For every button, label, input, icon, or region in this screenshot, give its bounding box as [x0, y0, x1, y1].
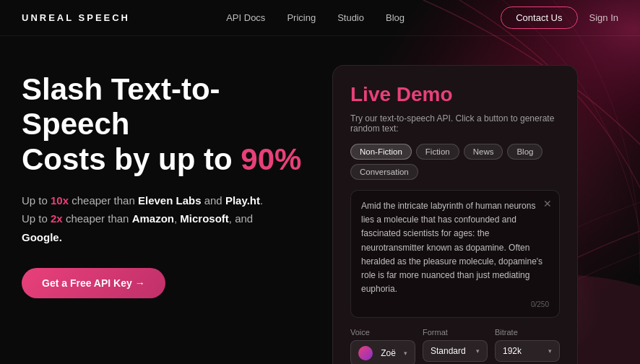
site-logo: UNREAL SPEECH: [22, 12, 130, 23]
nav-link-pricing[interactable]: Pricing: [287, 12, 316, 23]
chip-fiction[interactable]: Fiction: [416, 144, 459, 160]
nav-link-blog[interactable]: Blog: [386, 12, 405, 23]
nav-link-studio[interactable]: Studio: [337, 12, 364, 23]
close-icon[interactable]: ✕: [543, 198, 552, 209]
chevron-down-icon: ▾: [548, 347, 552, 355]
chip-conversation[interactable]: Conversation: [350, 164, 418, 180]
voice-control: Voice Zoë ▾: [350, 328, 415, 364]
nav-links: API Docs Pricing Studio Blog: [226, 12, 405, 23]
format-label: Format: [423, 328, 488, 337]
nav-link-api-docs[interactable]: API Docs: [226, 12, 265, 23]
main-content: Slash Text-to-Speech Costs by up to 90% …: [0, 65, 640, 364]
demo-subtitle: Try our text-to-speech API. Click a butt…: [350, 113, 560, 134]
bitrate-select[interactable]: 192k ▾: [495, 340, 560, 362]
chevron-down-icon: ▾: [476, 347, 480, 355]
voice-name: Zoë: [381, 348, 396, 358]
textarea-content[interactable]: Amid the intricate labyrinth of human ne…: [361, 199, 549, 296]
bitrate-control: Bitrate 192k ▾: [495, 328, 560, 364]
get-api-key-button[interactable]: Get a Free API Key →: [22, 268, 165, 298]
hero-section: Slash Text-to-Speech Costs by up to 90% …: [22, 65, 303, 364]
text-input-box: Amid the intricate labyrinth of human ne…: [350, 190, 560, 318]
hero-description: Up to 10x cheaper than Eleven Labs and P…: [22, 191, 303, 247]
sign-in-button[interactable]: Sign In: [589, 12, 618, 23]
chip-blog[interactable]: Blog: [507, 144, 542, 160]
demo-title: Live Demo: [350, 83, 560, 106]
character-counter: 0/250: [361, 300, 549, 308]
contact-us-button[interactable]: Contact Us: [501, 6, 577, 29]
demo-panel: Live Demo Try our text-to-speech API. Cl…: [332, 65, 578, 364]
hero-title: Slash Text-to-Speech Costs by up to 90%: [22, 72, 303, 177]
format-value: Standard: [431, 346, 466, 356]
voice-avatar: [358, 346, 373, 360]
chevron-down-icon: ▾: [404, 350, 407, 357]
voice-select[interactable]: Zoë ▾: [350, 340, 415, 364]
controls-row: Voice Zoë ▾ Format Standard ▾ Bitrate 19…: [350, 328, 560, 364]
bitrate-label: Bitrate: [495, 328, 560, 337]
category-chips: Non-Fiction Fiction News Blog Conversati…: [350, 144, 560, 180]
voice-label: Voice: [350, 328, 415, 337]
navbar: UNREAL SPEECH API Docs Pricing Studio Bl…: [0, 0, 640, 36]
chip-news[interactable]: News: [464, 144, 503, 160]
format-control: Format Standard ▾: [423, 328, 488, 364]
format-select[interactable]: Standard ▾: [423, 340, 488, 362]
nav-actions: Contact Us Sign In: [501, 6, 618, 29]
bitrate-value: 192k: [503, 346, 522, 356]
chip-non-fiction[interactable]: Non-Fiction: [350, 144, 412, 160]
